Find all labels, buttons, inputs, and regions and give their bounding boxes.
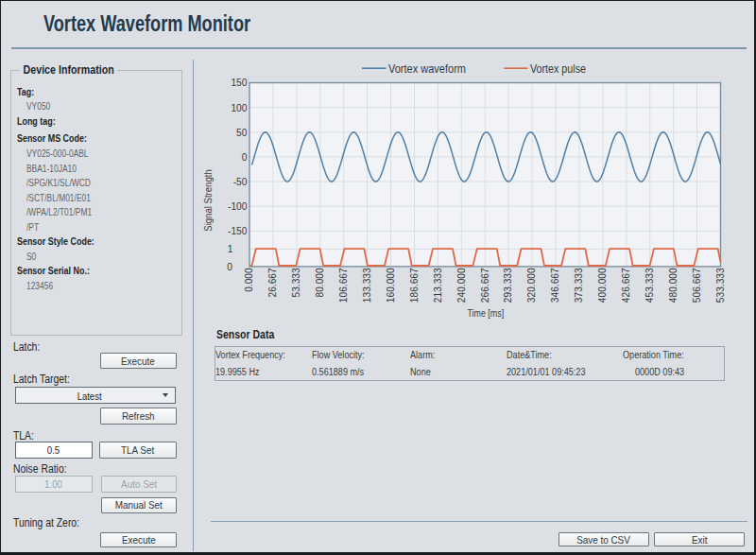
svg-text:-150: -150: [228, 226, 248, 236]
svg-text:-100: -100: [228, 201, 248, 212]
svg-text:50: 50: [236, 128, 248, 138]
svg-text:Vortex waveform: Vortex waveform: [388, 62, 466, 76]
svg-text:506.667: 506.667: [692, 268, 702, 303]
svg-text:480.000: 480.000: [668, 268, 679, 303]
svg-text:533.333: 533.333: [715, 268, 726, 303]
svg-text:186.667: 186.667: [409, 268, 420, 303]
svg-text:106.667: 106.667: [338, 268, 349, 303]
svg-text:Vortex pulse: Vortex pulse: [530, 62, 586, 76]
svg-text:100: 100: [231, 103, 247, 113]
svg-text:266.667: 266.667: [480, 268, 490, 303]
svg-text:0.000: 0.000: [244, 268, 254, 292]
svg-text:133.333: 133.333: [362, 268, 372, 303]
svg-text:213.333: 213.333: [433, 268, 443, 303]
svg-text:80.000: 80.000: [315, 268, 325, 297]
svg-text:426.667: 426.667: [621, 268, 631, 303]
svg-text:240.000: 240.000: [456, 268, 467, 303]
svg-text:400.000: 400.000: [597, 268, 608, 303]
svg-text:373.333: 373.333: [574, 268, 584, 303]
svg-text:346.667: 346.667: [550, 268, 560, 303]
svg-text:160.000: 160.000: [386, 268, 396, 303]
svg-text:150: 150: [231, 78, 247, 88]
svg-text:0: 0: [227, 262, 232, 272]
svg-text:320.000: 320.000: [526, 268, 537, 303]
svg-text:0: 0: [242, 152, 248, 163]
svg-text:-50: -50: [233, 177, 248, 187]
svg-text:Time [ms]: Time [ms]: [467, 307, 504, 319]
svg-text:453.333: 453.333: [644, 268, 655, 303]
svg-text:Signal Strength: Signal Strength: [202, 169, 214, 232]
svg-text:53.333: 53.333: [291, 268, 301, 297]
svg-text:1: 1: [228, 244, 233, 254]
svg-text:293.333: 293.333: [503, 268, 513, 303]
svg-text:26.667: 26.667: [267, 268, 278, 297]
